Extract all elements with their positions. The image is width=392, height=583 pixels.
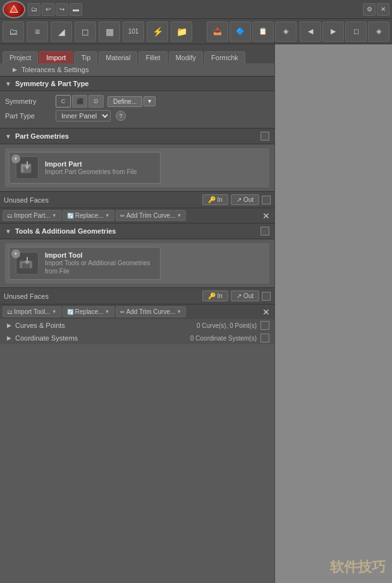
grid-icon[interactable]: ▦: [99, 22, 120, 42]
import-tool-card[interactable]: Import Tool Import Tools or Additional G…: [9, 247, 161, 280]
tools-unused-faces-label: Unused Faces: [4, 292, 202, 300]
view-icon-6[interactable]: ▶: [322, 22, 344, 42]
tools-out-button[interactable]: ↗ Out: [231, 291, 259, 301]
import-tool-action-button[interactable]: 🗂 Import Tool... ▼: [3, 306, 61, 317]
close-window-icon[interactable]: ✕: [377, 3, 389, 16]
add-trim-curve-action-button[interactable]: ✏ Add Trim Curve... ▼: [116, 210, 187, 221]
import-tool-dropdown-icon: ▼: [52, 309, 57, 315]
part-type-text-label: Part Type: [5, 112, 56, 120]
import-tool-badge: +: [11, 249, 20, 258]
tab-formchk[interactable]: Formchk: [204, 51, 245, 63]
tools-in-icon: 🔑: [208, 292, 216, 299]
import-tool-card-wrapper: + Import Tool Import Tools or Additional…: [9, 247, 161, 280]
second-toolbar: 🗂 ≡ ◢ ◻ ▦ 101 ⚡ 📁 📥 🔷 📋 ◈ ◀ ▶ ◻ ◈: [0, 19, 392, 44]
list-icon[interactable]: ≡: [27, 22, 48, 42]
tools-out-icon: ↗: [236, 292, 242, 299]
part-geometries-header[interactable]: ▼ Part Geometries: [0, 128, 274, 144]
import-part-title: Import Part: [45, 160, 154, 168]
expand-icon[interactable]: ⚙: [363, 3, 376, 16]
part-geom-out-button[interactable]: ↗ Out: [231, 194, 259, 205]
view-icon-5[interactable]: ◀: [300, 22, 321, 42]
symmetry-row: Symmetry C ⬛ D Define... ▼: [5, 95, 269, 108]
save-icon[interactable]: 🗂: [28, 3, 40, 16]
tolerances-row[interactable]: ▶ Tolerances & Settings: [0, 63, 274, 76]
curves-points-value: 0 Curve(s), 0 Point(s): [197, 322, 257, 329]
undo-icon[interactable]: ↩: [42, 3, 54, 16]
import-part-card-wrapper: + Import Part Import Part Geometries fro…: [9, 152, 161, 184]
tools-action-bar: 🗂 Import Tool... ▼ 🔄 Replace... ▼ ✏ Add …: [0, 304, 274, 319]
replace-part-action-button[interactable]: 🔄 Replace... ▼: [63, 210, 114, 221]
sym-btn-d[interactable]: D: [89, 95, 104, 108]
part-geom-bar-checkbox[interactable]: [262, 196, 271, 204]
tools-in-out-buttons: 🔑 In ↗ Out: [202, 291, 259, 301]
part-type-select[interactable]: Inner Panel: [56, 110, 111, 122]
part-geom-unused-faces-bar: Unused Faces 🔑 In ↗ Out: [0, 191, 274, 208]
svg-rect-6: [22, 263, 30, 268]
part-geom-checkbox[interactable]: [260, 132, 269, 141]
replace-tool-action-button[interactable]: 🔄 Replace... ▼: [63, 306, 114, 317]
number-icon[interactable]: 101: [123, 22, 144, 42]
import-part-dropdown-icon: ▼: [52, 213, 57, 218]
part-geom-arrow-icon: ▼: [5, 133, 11, 140]
import-part-card[interactable]: Import Part Import Part Geometries from …: [9, 152, 161, 184]
app-logo[interactable]: [3, 1, 25, 18]
toolbar-right-group: ⚙ ✕: [363, 3, 389, 16]
left-panel-empty: [0, 344, 274, 583]
view-icon-2[interactable]: 🔷: [230, 22, 251, 42]
curves-checkbox[interactable]: [260, 321, 269, 330]
symmetry-text-label: Symmetry: [5, 97, 56, 105]
tab-import[interactable]: Import: [39, 51, 73, 63]
tools-additional-checkbox[interactable]: [260, 227, 269, 235]
folder-icon[interactable]: 🗂: [3, 22, 24, 42]
sym-btn-square[interactable]: ⬛: [72, 95, 87, 108]
coordinate-systems-row[interactable]: ▶ Coordinate Systems 0 Coordinate System…: [0, 332, 274, 344]
view-icon-7[interactable]: ◻: [345, 22, 367, 42]
part-geom-close-icon[interactable]: ✕: [260, 210, 272, 222]
tab-bar: Project Import Tip Material Fillet Modif…: [0, 44, 274, 63]
view-icon-4[interactable]: ◈: [275, 22, 297, 42]
part-import-area: + Import Part Import Part Geometries fro…: [5, 148, 269, 187]
view-icon-3[interactable]: 📋: [252, 22, 274, 42]
symmetry-buttons: C ⬛ D Define... ▼: [56, 95, 156, 108]
import-tool-subtitle: Import Tools or Additional Geometries fr…: [45, 259, 154, 275]
add-trim-tool-dropdown-icon: ▼: [176, 309, 181, 315]
tools-in-button[interactable]: 🔑 In: [202, 291, 228, 301]
part-geom-in-button[interactable]: 🔑 In: [202, 194, 228, 205]
define-button[interactable]: Define...: [107, 96, 142, 107]
coord-checkbox[interactable]: [260, 334, 269, 342]
add-trim-tool-action-button[interactable]: ✏ Add Trim Curve... ▼: [116, 306, 187, 317]
tab-material[interactable]: Material: [99, 51, 137, 63]
curves-arrow-icon: ▶: [5, 322, 13, 329]
tab-fillet[interactable]: Fillet: [138, 51, 167, 63]
tab-modify[interactable]: Modify: [169, 51, 203, 63]
settings-toolbar-icon[interactable]: ▬: [70, 3, 82, 16]
replace-part-icon: 🔄: [67, 213, 74, 219]
tab-project[interactable]: Project: [3, 51, 38, 63]
tools-additional-header[interactable]: ▼ Tools & Additional Geometries: [0, 223, 274, 239]
tools-unused-faces-bar: Unused Faces 🔑 In ↗ Out: [0, 287, 274, 304]
import-icon[interactable]: 📁: [171, 22, 192, 42]
redo-icon[interactable]: ↪: [56, 3, 68, 16]
coordinate-systems-value: 0 Coordinate System(s): [190, 335, 257, 342]
toolbar-icons-group: 🗂 ↩ ↪ ▬: [28, 3, 360, 16]
view-icon-1[interactable]: 📥: [207, 22, 228, 42]
import-part-subtitle: Import Part Geometries from File: [45, 168, 154, 176]
tools-arrow-icon: ▼: [5, 228, 11, 235]
sym-btn-c[interactable]: C: [56, 95, 71, 108]
view-icon-8[interactable]: ◈: [368, 22, 389, 42]
tools-bar-checkbox[interactable]: [262, 292, 271, 301]
viewport-area: 软件技巧: [275, 44, 392, 583]
logo-icon: [8, 4, 20, 15]
symmetry-header[interactable]: ▼ Symmetry & Part Type: [0, 76, 274, 91]
define-dropdown-button[interactable]: ▼: [144, 96, 156, 106]
sheet-icon[interactable]: ◻: [75, 22, 96, 42]
tools-close-icon[interactable]: ✕: [260, 306, 272, 318]
symmetry-arrow-icon: ▼: [5, 80, 11, 87]
import-part-action-button[interactable]: 🗂 Import Part... ▼: [3, 210, 61, 221]
arrow-icon[interactable]: ◢: [51, 22, 72, 42]
curves-points-row[interactable]: ▶ Curves & Points 0 Curve(s), 0 Point(s): [0, 319, 274, 332]
tab-tip[interactable]: Tip: [74, 51, 97, 63]
replace-tool-dropdown-icon: ▼: [105, 309, 110, 315]
help-button[interactable]: ?: [116, 111, 126, 121]
bolt-icon[interactable]: ⚡: [147, 22, 168, 42]
